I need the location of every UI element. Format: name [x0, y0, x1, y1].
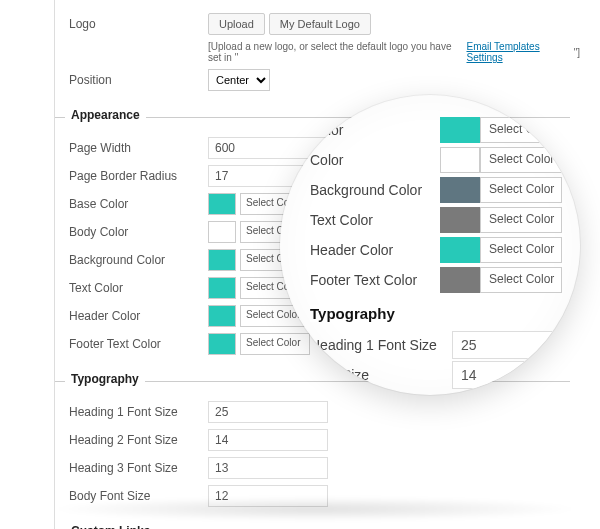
body-color-swatch[interactable] [208, 221, 236, 243]
zoom-bg-color-label: Background Color [310, 182, 422, 198]
h2-label: Heading 2 Font Size [55, 433, 208, 447]
zoom-footer-color-label: Footer Text Color [310, 272, 417, 288]
logo-hint: [Upload a new logo, or select the defaul… [208, 41, 580, 63]
text-color-label: Text Color [55, 281, 208, 295]
custom-links-title: Custom Links [65, 524, 156, 529]
page-border-radius-label: Page Border Radius [55, 169, 208, 183]
zoom-swatch[interactable] [440, 147, 480, 173]
position-select[interactable]: Center [208, 69, 270, 91]
zoom-select-color-button[interactable]: Select Color [480, 177, 562, 203]
select-color-button[interactable]: Select Color [240, 333, 310, 355]
h2-font-size-input[interactable] [208, 429, 328, 451]
position-label: Position [55, 73, 208, 87]
header-color-swatch[interactable] [208, 305, 236, 327]
logo-row: Logo Upload My Default Logo [55, 10, 580, 38]
text-color-swatch[interactable] [208, 277, 236, 299]
page-width-label: Page Width [55, 141, 208, 155]
h3-font-size-input[interactable] [208, 457, 328, 479]
appearance-title: Appearance [65, 108, 146, 122]
zoom-typography-header: Typography [310, 305, 562, 322]
h1-font-size-input[interactable] [208, 401, 328, 423]
panel-shadow [50, 497, 580, 521]
h2-font-size-row: Heading 2 Font Size [55, 426, 580, 454]
h1-font-size-row: Heading 1 Font Size [55, 398, 580, 426]
footer-text-color-swatch[interactable] [208, 333, 236, 355]
zoom-select-color-button[interactable]: Select Color [480, 207, 562, 233]
zoom-swatch[interactable] [440, 117, 480, 143]
base-color-swatch[interactable] [208, 193, 236, 215]
body-color-label: Body Color [55, 225, 208, 239]
zoom-color-label-2: Color [310, 152, 343, 168]
logo-label: Logo [55, 17, 208, 31]
zoom-h1-label: Heading 1 Font Size [310, 337, 437, 353]
h1-label: Heading 1 Font Size [55, 405, 208, 419]
zoom-swatch[interactable] [440, 267, 480, 293]
logo-hint-row: [Upload a new logo, or select the defaul… [55, 38, 580, 66]
h3-font-size-row: Heading 3 Font Size [55, 454, 580, 482]
header-color-label: Header Color [55, 309, 208, 323]
email-templates-settings-link[interactable]: Email Templates Settings [467, 41, 570, 63]
base-color-label: Base Color [55, 197, 208, 211]
background-color-label: Background Color [55, 253, 208, 267]
typography-title: Typography [65, 372, 145, 386]
zoom-select-color-button[interactable]: Select Color [480, 237, 562, 263]
zoom-swatch[interactable] [440, 207, 480, 233]
zoom-select-color-button[interactable]: Select Color [480, 267, 562, 293]
custom-links-section-header: Custom Links [55, 524, 580, 529]
position-row: Position Center [55, 66, 580, 94]
footer-text-color-label: Footer Text Color [55, 337, 208, 351]
upload-button[interactable]: Upload [208, 13, 265, 35]
zoom-swatch[interactable] [440, 237, 480, 263]
default-logo-button[interactable]: My Default Logo [269, 13, 371, 35]
h3-label: Heading 3 Font Size [55, 461, 208, 475]
zoom-header-color-label: Header Color [310, 242, 393, 258]
magnifier-lens: Color Select Color Color Select Color Ba… [280, 95, 580, 395]
zoom-text-color-label: Text Color [310, 212, 373, 228]
background-color-swatch[interactable] [208, 249, 236, 271]
zoom-swatch[interactable] [440, 177, 480, 203]
logo-controls: Upload My Default Logo [208, 13, 580, 35]
